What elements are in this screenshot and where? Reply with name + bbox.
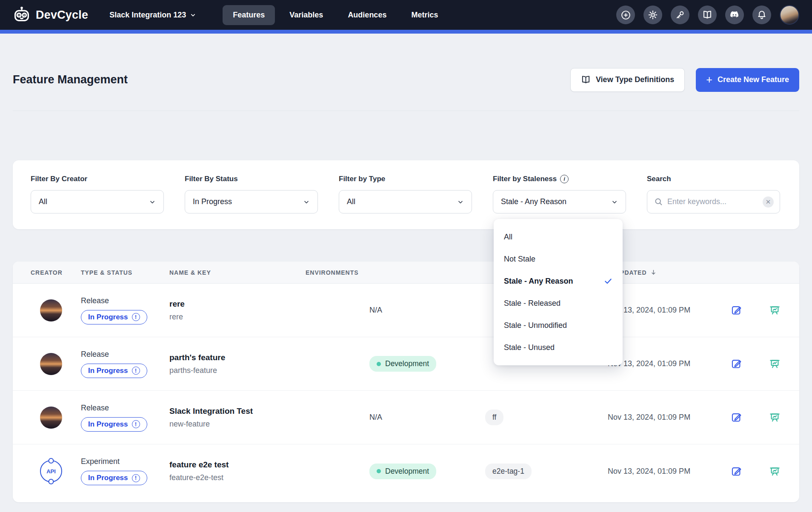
project-selector[interactable]: Slack Integration 123 [109,11,196,20]
creator-avatar [40,299,62,321]
filter-creator-select[interactable]: All [31,190,164,213]
filter-staleness-label: Filter by Staleness i [493,175,626,183]
checkmark-icon [604,277,612,285]
staleness-option-not-stale[interactable]: Not Stale [494,248,623,270]
features-table: CREATOR TYPE & STATUS NAME & KEY ENVIRON… [13,262,799,502]
edit-feature-icon[interactable] [731,358,742,370]
staleness-option-stale-unmodified[interactable]: Stale - Unmodified [494,314,623,336]
info-icon[interactable]: i [560,175,569,183]
staleness-option-stale-released[interactable]: Stale - Released [494,292,623,314]
env-dot-icon [377,362,381,366]
brand-name: DevCycle [36,9,88,22]
analytics-chart-icon[interactable] [769,304,781,316]
table-row[interactable]: Release In Progress ! Slack Integration … [13,391,799,444]
filter-creator: Filter By Creator All [31,175,164,229]
filter-status-label: Filter By Status [185,175,318,183]
analytics-chart-icon[interactable] [769,358,781,370]
creator-avatar [40,407,62,429]
edit-feature-icon[interactable] [731,466,742,477]
table-row[interactable]: API Experiment In Progress ! feature e2e… [13,444,799,498]
status-badge: In Progress ! [81,364,147,378]
staleness-dropdown-menu: All Not Stale Stale - Any Reason Stale -… [494,219,623,365]
tab-variables[interactable]: Variables [279,5,333,25]
environment-badge: Development [369,356,436,372]
book-icon [702,10,712,20]
feature-type: Release [81,350,169,359]
feature-key: feature-e2e-test [169,473,306,482]
filter-status: Filter By Status In Progress [185,175,318,229]
filter-type: Filter by Type All [339,175,472,229]
plus-circle-icon [620,10,631,20]
status-badge: In Progress ! [81,310,147,324]
feature-name: Slack Integration Test [169,407,306,416]
staleness-option-all[interactable]: All [494,226,623,248]
filter-type-value: All [347,197,355,206]
filter-status-select[interactable]: In Progress [185,190,318,213]
analytics-chart-icon[interactable] [769,466,781,477]
feature-type: Release [81,296,169,305]
col-header-type-status: TYPE & STATUS [81,269,169,276]
chevron-down-icon [303,199,310,205]
filter-staleness-select[interactable]: Stale - Any Reason [493,190,626,213]
settings-button[interactable] [643,6,662,24]
feature-name: feature e2e test [169,460,306,469]
table-row[interactable]: Release In Progress ! rere rere N/A Nov … [13,284,799,337]
tab-audiences[interactable]: Audiences [337,5,397,25]
feature-key: rere [169,313,306,321]
clear-search-icon[interactable]: ✕ [763,196,774,208]
robot-logo-icon [13,6,31,24]
discord-button[interactable] [725,6,744,24]
edit-feature-icon[interactable] [731,412,742,423]
status-badge: In Progress ! [81,417,147,432]
header-actions: View Type Definitions + Create New Featu… [570,68,799,92]
user-avatar[interactable] [780,5,799,25]
project-name: Slack Integration 123 [109,11,186,20]
api-creator-icon: API [40,460,62,482]
page-title: Feature Management [13,73,128,86]
primary-tabs: Features Variables Audiences Metrics [223,5,448,25]
analytics-chart-icon[interactable] [769,412,781,423]
alert-icon: ! [132,313,140,321]
top-navigation: DevCycle Slack Integration 123 Features … [0,0,812,30]
tab-metrics[interactable]: Metrics [401,5,448,25]
tab-features[interactable]: Features [223,5,275,25]
filter-type-select[interactable]: All [339,190,472,213]
environment-value: N/A [369,306,382,314]
filter-type-label: Filter by Type [339,175,472,183]
table-row[interactable]: Release In Progress ! parth's feature pa… [13,337,799,391]
updated-timestamp: Nov 13, 2024, 01:09 PM [595,413,711,422]
updated-timestamp: Nov 13, 2024, 01:09 PM [595,467,711,476]
api-keys-button[interactable] [671,6,689,24]
table-header-row: CREATOR TYPE & STATUS NAME & KEY ENVIRON… [13,262,799,284]
notifications-button[interactable] [752,6,771,24]
discord-icon [729,9,740,20]
page-header: Feature Management View Type Definitions… [13,34,799,111]
tag-badge: ff [485,410,503,425]
col-header-creator: CREATOR [13,269,81,276]
plus-icon: + [706,74,712,85]
filter-creator-label: Filter By Creator [31,175,164,183]
devcycle-logo[interactable]: DevCycle [13,6,88,24]
alert-icon: ! [132,420,140,428]
search-input[interactable] [667,197,758,206]
staleness-option-stale-any-reason[interactable]: Stale - Any Reason [494,270,623,292]
accent-strip [0,30,812,34]
search-label: Search [647,175,780,183]
feature-key: new-feature [169,420,306,429]
filter-search: Search ✕ [647,175,780,229]
chevron-down-icon [457,199,464,205]
create-new-feature-button[interactable]: + Create New Feature [696,68,799,92]
add-circle-button[interactable] [616,6,635,24]
gear-icon [648,10,658,20]
staleness-option-stale-unused[interactable]: Stale - Unused [494,336,623,358]
documentation-button[interactable] [698,6,717,24]
view-type-definitions-button[interactable]: View Type Definitions [570,68,685,92]
col-header-name-key: NAME & KEY [169,269,306,276]
filter-staleness-value: Stale - Any Reason [501,197,566,206]
edit-feature-icon[interactable] [731,304,742,316]
status-badge: In Progress ! [81,471,147,485]
bell-icon [757,10,767,20]
view-type-definitions-label: View Type Definitions [596,75,674,84]
filter-status-value: In Progress [193,197,232,206]
alert-icon: ! [132,367,140,375]
